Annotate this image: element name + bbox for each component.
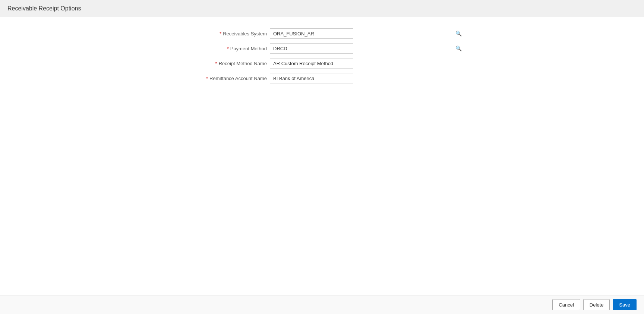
label-container-remittance-account-name: * Remittance Account Name xyxy=(180,76,270,81)
form-row-payment-method: * Payment Method 🔍 xyxy=(180,43,464,54)
label-receivables-system: Receivables System xyxy=(223,31,267,37)
delete-button[interactable]: Delete xyxy=(583,299,610,310)
form-row-remittance-account-name: * Remittance Account Name xyxy=(180,73,464,83)
save-button[interactable]: Save xyxy=(613,299,637,310)
label-receipt-method-name: Receipt Method Name xyxy=(219,61,267,66)
search-icon: 🔍 xyxy=(455,31,462,37)
label-container-payment-method: * Payment Method xyxy=(180,46,270,51)
required-star-payment-method: * xyxy=(227,46,229,51)
label-container-receivables-system: * Receivables System xyxy=(180,31,270,37)
label-container-receipt-method-name: * Receipt Method Name xyxy=(180,61,270,66)
page-container: Receivable Receipt Options * Receivables… xyxy=(0,0,644,314)
input-container-receipt-method-name xyxy=(270,58,464,69)
form-section: * Receivables System 🔍 * Payment Method xyxy=(0,28,644,88)
page-header: Receivable Receipt Options xyxy=(0,0,644,17)
form-row-receivables-system: * Receivables System 🔍 xyxy=(180,28,464,39)
input-container-payment-method: 🔍 xyxy=(270,43,464,54)
label-payment-method: Payment Method xyxy=(230,46,267,51)
search-icon: 🔍 xyxy=(455,45,462,51)
receivables-system-search-button[interactable]: 🔍 xyxy=(453,28,464,39)
payment-method-input[interactable] xyxy=(270,43,353,54)
page-title: Receivable Receipt Options xyxy=(7,5,81,12)
payment-method-search-button[interactable]: 🔍 xyxy=(453,43,464,54)
required-star-receivables-system: * xyxy=(220,31,221,37)
label-remittance-account-name: Remittance Account Name xyxy=(209,76,267,81)
remittance-account-name-input[interactable] xyxy=(270,73,353,83)
input-container-remittance-account-name xyxy=(270,73,464,83)
required-star-receipt-method-name: * xyxy=(215,61,217,66)
page-footer: Cancel Delete Save xyxy=(0,295,644,314)
form-row-receipt-method-name: * Receipt Method Name xyxy=(180,58,464,69)
receipt-method-name-input[interactable] xyxy=(270,58,353,69)
input-container-receivables-system: 🔍 xyxy=(270,28,464,39)
required-star-remittance-account-name: * xyxy=(206,76,208,81)
page-body: * Receivables System 🔍 * Payment Method xyxy=(0,17,644,295)
receivables-system-input[interactable] xyxy=(270,28,353,39)
cancel-button[interactable]: Cancel xyxy=(552,299,580,310)
